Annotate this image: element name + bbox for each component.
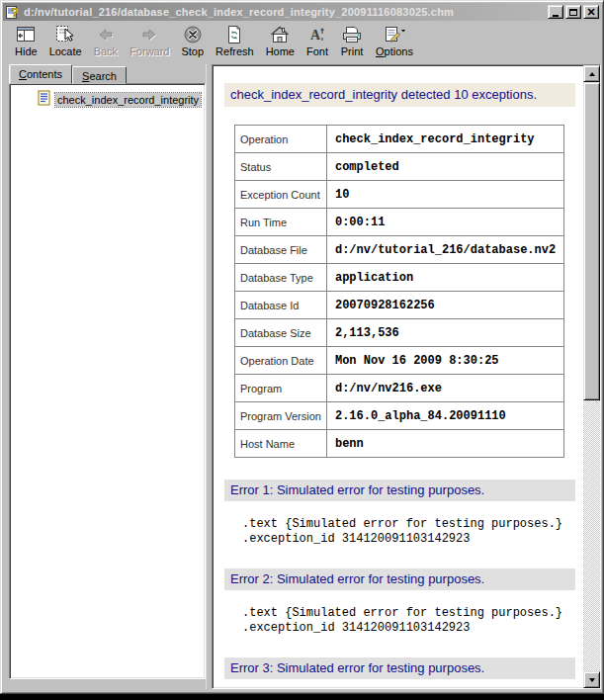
svg-text:?: ? [11, 5, 19, 20]
close-button[interactable]: ✕ [583, 5, 599, 19]
table-row: Database Typeapplication [235, 264, 564, 292]
minimize-icon [553, 15, 559, 17]
table-row: Program Version2.16.0_alpha_84.20091110 [235, 402, 564, 430]
navigation-pane: Contents Search [7, 64, 206, 689]
tree-item-label: check_index_record_integrity [55, 93, 201, 107]
forward-button[interactable]: Forward [124, 23, 175, 62]
minimize-button[interactable] [548, 5, 563, 19]
error-1-code: .text {Simulated error for testing purpo… [242, 517, 577, 547]
titlebar: ? d:/nv/tutorial_216/database_check_inde… [3, 3, 601, 21]
tab-search[interactable]: Search [72, 66, 127, 84]
hide-icon [15, 24, 37, 45]
hide-button[interactable]: Hide [9, 23, 43, 62]
scroll-up-button[interactable] [583, 65, 600, 82]
scrollbar-thumb[interactable] [583, 82, 600, 400]
contents-tree: check_index_record_integrity [9, 83, 206, 679]
topic-pane: check_index_record_integrity detected 10… [212, 64, 601, 689]
report-table: Operationcheck_index_record_integrity St… [234, 125, 564, 458]
error-2-header: Error 2: Simulated error for testing pur… [224, 569, 575, 590]
scrollbar-track[interactable] [583, 82, 600, 671]
print-button[interactable]: Print [334, 23, 370, 62]
font-button[interactable]: A Font [301, 23, 334, 62]
window-controls: ✕ [548, 5, 599, 19]
arrow-up-icon [589, 72, 595, 76]
back-icon [95, 24, 117, 45]
vertical-scrollbar [583, 65, 600, 688]
table-row: Exception Count10 [235, 181, 564, 209]
home-button[interactable]: Home [260, 23, 301, 62]
scroll-down-button[interactable] [583, 671, 600, 688]
stop-icon [182, 24, 204, 45]
stop-button[interactable]: Stop [175, 23, 210, 62]
help-viewer-window: ? d:/nv/tutorial_216/database_check_inde… [0, 0, 604, 694]
topic-page-icon [38, 90, 50, 110]
error-3-header: Error 3: Simulated error for testing pur… [224, 657, 575, 679]
table-row: Operationcheck_index_record_integrity [235, 126, 564, 153]
toolbar: Hide Locate Back [3, 21, 601, 62]
options-button[interactable]: Options [370, 23, 419, 62]
table-row: Database Id20070928162256 [235, 292, 564, 319]
nav-tabs: Contents Search [7, 64, 206, 84]
maximize-icon [569, 9, 577, 16]
close-icon: ✕ [586, 7, 595, 17]
table-row: Host Namebenn [235, 430, 564, 458]
forward-icon [138, 24, 160, 45]
refresh-icon [223, 24, 245, 45]
table-row: Run Time0:00:11 [235, 209, 564, 236]
main-area: Contents Search [3, 62, 601, 691]
table-row: Programd:/nv/nv216.exe [235, 375, 564, 402]
table-row: Operation DateMon Nov 16 2009 8:30:25 [235, 347, 564, 375]
options-icon [382, 24, 407, 45]
table-row: Database Filed:/nv/tutorial_216/database… [235, 236, 564, 264]
error-2-code: .text {Simulated error for testing purpo… [242, 606, 577, 636]
error-1-header: Error 1: Simulated error for testing pur… [224, 480, 575, 501]
table-row: Statuscompleted [235, 153, 564, 181]
locate-icon [53, 24, 77, 45]
summary-banner: check_index_record_integrity detected 10… [224, 83, 575, 107]
home-icon [269, 24, 291, 45]
arrow-down-icon [589, 678, 595, 682]
tree-item-check-index-record-integrity[interactable]: check_index_record_integrity [12, 90, 203, 110]
maximize-button[interactable] [565, 5, 581, 19]
font-icon: A [306, 24, 328, 45]
locate-button[interactable]: Locate [43, 23, 88, 62]
back-button[interactable]: Back [88, 23, 124, 62]
tab-contents[interactable]: Contents [9, 64, 72, 84]
svg-text:A: A [310, 28, 321, 43]
help-file-icon: ? [5, 4, 21, 20]
print-icon [340, 24, 364, 45]
table-row: Database Size2,113,536 [235, 319, 564, 347]
topic-content: check_index_record_integrity detected 10… [213, 65, 583, 688]
refresh-button[interactable]: Refresh [210, 23, 260, 62]
window-title: d:/nv/tutorial_216/database_check_index_… [24, 6, 545, 18]
